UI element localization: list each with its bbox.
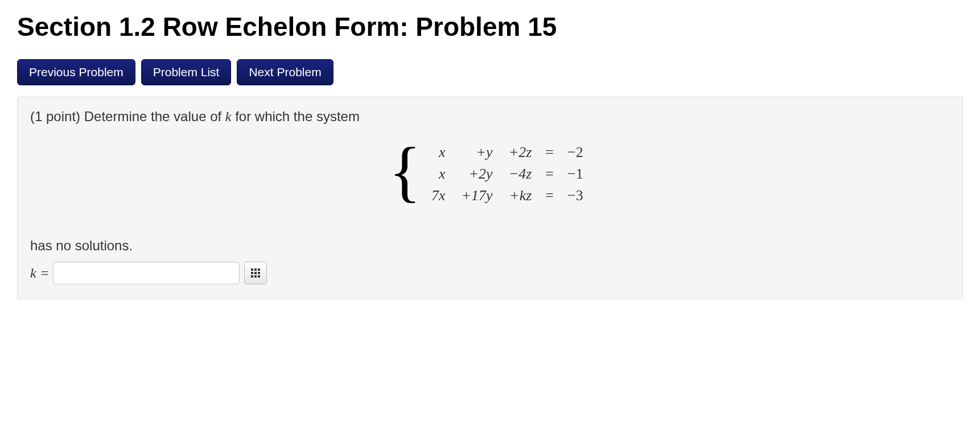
eq-cell: +17y <box>462 187 493 204</box>
grid-icon <box>251 268 260 278</box>
equation-table: x +y +2z = −2 x +2y −4z = −1 7x +17y +kz <box>423 142 591 206</box>
eq-cell: −4z <box>509 166 532 182</box>
prompt-variable: k <box>225 109 232 124</box>
eq-cell: x <box>439 166 446 182</box>
eq-cell: −2 <box>567 144 583 160</box>
eq-cell: 7x <box>431 187 446 204</box>
eq-cell: −1 <box>567 166 583 182</box>
eq-cell: = <box>545 187 554 204</box>
next-problem-button[interactable]: Next Problem <box>237 59 333 85</box>
nav-buttons: Previous Problem Problem List Next Probl… <box>17 59 963 85</box>
eq-cell: +2z <box>509 144 532 160</box>
equation-system: { x +y +2z = −2 x +2y −4z = −1 7x <box>30 142 950 206</box>
post-text: has no solutions. <box>30 238 950 254</box>
problem-prompt: (1 point) Determine the value of k for w… <box>30 109 950 125</box>
left-brace: { <box>389 147 421 197</box>
problem-box: (1 point) Determine the value of k for w… <box>17 97 963 299</box>
equation-row: x +y +2z = −2 <box>423 142 591 163</box>
problem-list-button[interactable]: Problem List <box>141 59 232 85</box>
eq-cell: −3 <box>567 187 583 204</box>
keypad-button[interactable] <box>244 262 267 284</box>
answer-variable: k <box>30 266 36 281</box>
equation-row: 7x +17y +kz = −3 <box>423 185 591 206</box>
eq-cell: = <box>545 166 554 182</box>
answer-row: k = <box>30 262 950 284</box>
prompt-prefix: (1 point) Determine the value of <box>30 109 225 124</box>
prompt-suffix: for which the system <box>232 109 360 124</box>
eq-cell: = <box>545 144 554 160</box>
answer-input[interactable] <box>53 262 240 284</box>
eq-cell: +2y <box>469 166 493 182</box>
previous-problem-button[interactable]: Previous Problem <box>17 59 135 85</box>
eq-cell: x <box>439 144 446 160</box>
equation-row: x +2y −4z = −1 <box>423 163 591 185</box>
page-title: Section 1.2 Row Echelon Form: Problem 15 <box>17 11 963 42</box>
eq-cell: +y <box>476 144 493 160</box>
answer-equals: = <box>41 266 49 281</box>
eq-cell: +kz <box>509 187 532 204</box>
